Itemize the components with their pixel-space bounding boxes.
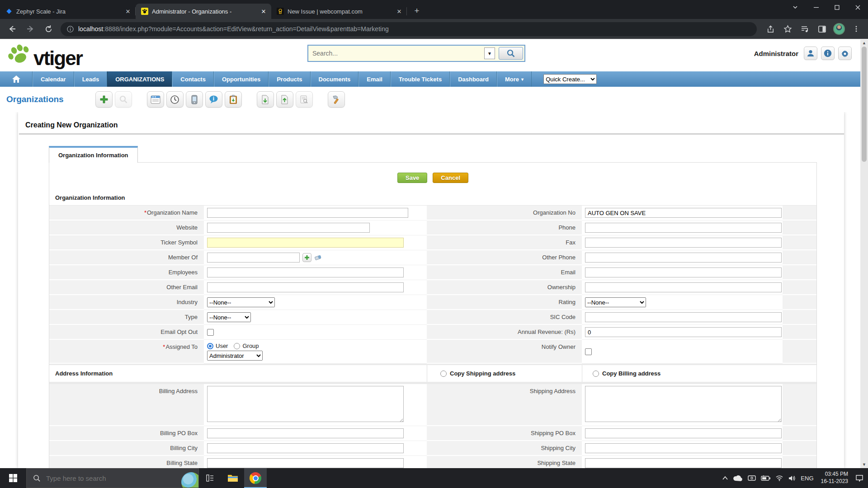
start-button[interactable] [0,468,26,488]
other-email-input[interactable] [207,282,404,292]
clipboard-button[interactable] [225,91,242,108]
tab-administrator-organizations[interactable]: Administrator - Organizations - ✕ [136,4,271,19]
battery-icon[interactable] [761,475,771,481]
minimize-button[interactable] [806,0,826,14]
annual-revenue-rs-input[interactable] [585,327,782,337]
taskbar-search-input[interactable] [46,474,159,482]
add-organization-button[interactable] [95,91,113,108]
email-input[interactable] [585,267,782,277]
media-playlist-icon[interactable] [797,22,812,36]
nav-item-leads[interactable]: Leads [74,71,108,87]
search-module-button[interactable] [115,91,132,108]
industry-select[interactable]: --None-- [207,297,275,307]
select-record-icon[interactable] [302,253,311,262]
forward-icon[interactable] [23,21,38,37]
scroll-thumb[interactable] [862,47,867,162]
phone-input[interactable] [585,223,782,233]
nav-item-opportunities[interactable]: Opportunities [214,71,269,87]
taskbar-clock[interactable]: 03:45 PM 16-11-2023 [821,471,849,485]
settings-tools-button[interactable] [328,91,345,108]
sic-code-input[interactable] [585,312,782,322]
shipping-po-box-input[interactable] [585,428,782,438]
clear-field-icon[interactable] [314,254,322,261]
nav-item-trouble-tickets[interactable]: Trouble Tickets [391,71,450,87]
assigned-user-select[interactable]: Administrator [207,351,263,361]
ownership-input[interactable] [585,282,782,292]
billing-address-textarea[interactable] [207,386,404,422]
search-dropdown-icon[interactable]: ▼ [484,47,495,59]
wifi-icon[interactable] [775,475,783,481]
nav-item-email[interactable]: Email [359,71,391,87]
new-tab-button[interactable]: + [410,5,423,17]
billing-city-input[interactable] [207,443,404,453]
profile-avatar[interactable] [832,22,846,36]
website-input[interactable] [207,223,370,233]
shipping-state-input[interactable] [585,458,782,468]
settings-button[interactable] [838,47,852,60]
chrome-button[interactable] [244,468,267,488]
browser-menu-icon[interactable] [849,22,863,36]
group-radio[interactable] [234,343,240,349]
close-button[interactable] [847,0,868,14]
email-opt-out-checkbox[interactable] [207,329,214,336]
export-button[interactable] [276,91,293,108]
rating-select[interactable]: --None-- [585,297,646,307]
find-duplicates-button[interactable] [296,91,313,108]
scroll-up-icon[interactable]: ▲ [860,39,868,47]
volume-icon[interactable] [788,475,796,482]
nav-item-dashboard[interactable]: Dashboard [450,71,497,87]
import-button[interactable] [257,91,274,108]
type-select[interactable]: --None-- [207,312,251,322]
comments-button[interactable] [205,91,222,108]
language-indicator[interactable]: ENG [801,475,813,482]
other-phone-input[interactable] [585,253,782,263]
back-icon[interactable] [5,21,20,37]
shipping-city-input[interactable] [585,443,782,453]
organization-no-input[interactable] [585,208,782,218]
nav-item-contacts[interactable]: Contacts [172,71,214,87]
page-info-icon[interactable] [67,26,74,33]
reload-icon[interactable] [41,21,56,37]
nav-item-products[interactable]: Products [269,71,310,87]
calendar-button[interactable] [147,91,164,108]
copy-billing-radio[interactable] [593,371,599,377]
nav-item-calendar[interactable]: Calendar [33,71,74,87]
tab-close-icon[interactable]: ✕ [395,7,403,15]
scroll-down-icon[interactable]: ▼ [860,460,868,468]
page-scrollbar[interactable]: ▲ ▼ [860,39,868,468]
side-panel-icon[interactable] [815,22,829,36]
mobile-button[interactable] [186,91,203,108]
member-of-input[interactable] [207,253,300,263]
share-icon[interactable] [763,22,778,36]
billing-po-box-input[interactable] [207,428,404,438]
onedrive-cloud-icon[interactable] [733,475,743,481]
copy-shipping-radio[interactable] [440,371,447,377]
taskbar-search[interactable] [26,468,199,488]
nav-item-documents[interactable]: Documents [311,71,359,87]
tab-close-icon[interactable]: ✕ [124,7,132,15]
nav-item-home[interactable] [0,71,33,87]
file-explorer-button[interactable] [222,468,244,488]
global-search-input[interactable] [310,50,484,57]
organization-name-input[interactable] [207,208,408,218]
tray-expand-icon[interactable] [722,476,728,480]
nav-item-organizations[interactable]: ORGANIZATIONS [107,71,172,87]
help-button[interactable] [821,47,835,60]
notify-owner-checkbox[interactable] [585,348,592,355]
tab-close-icon[interactable]: ✕ [259,7,268,15]
clock-button[interactable] [166,91,184,108]
billing-state-input[interactable] [207,458,404,468]
tab-zephyr-jira[interactable]: Zephyr Scale - Jira ✕ [0,4,136,19]
screen-cast-icon[interactable] [747,474,756,482]
user-radio[interactable] [207,343,213,349]
fax-input[interactable] [585,238,782,248]
tab-organization-information[interactable]: Organization Information [49,146,138,163]
save-button[interactable]: Save [397,173,427,183]
quick-create-select[interactable]: Quick Create... [543,74,597,84]
notification-center-icon[interactable] [855,474,863,482]
ticker-symbol-input[interactable] [207,238,404,248]
tab-search-chevron-icon[interactable] [785,0,806,14]
my-preferences-button[interactable] [804,47,817,60]
tab-webcompat[interactable]: New Issue | webcompat.com ✕ [271,4,407,19]
search-button[interactable] [499,47,523,60]
